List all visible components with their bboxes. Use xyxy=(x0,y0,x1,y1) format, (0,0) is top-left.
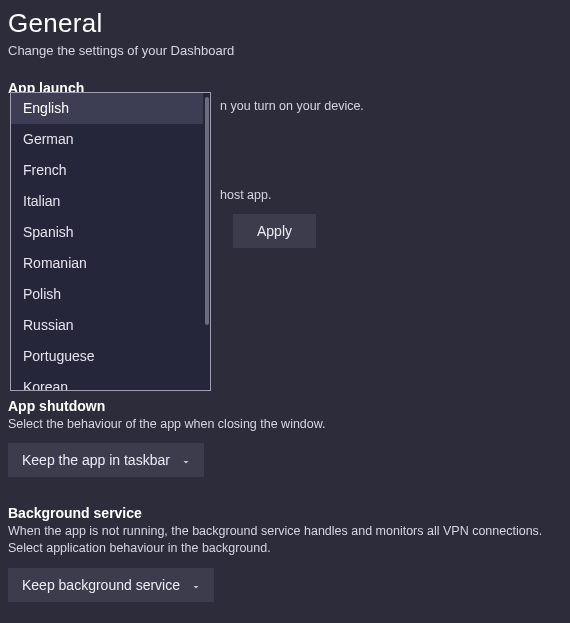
language-dropdown[interactable]: EnglishGermanFrenchItalianSpanishRomania… xyxy=(10,92,211,391)
language-option-korean[interactable]: Korean xyxy=(11,372,203,390)
language-option-portuguese[interactable]: Portuguese xyxy=(11,341,203,372)
page-subtitle: Change the settings of your Dashboard xyxy=(8,43,562,58)
app-shutdown-desc: Select the behaviour of the app when clo… xyxy=(8,416,562,433)
background-service-heading: Background service xyxy=(8,505,562,521)
chevron-down-icon xyxy=(180,455,192,467)
page-title: General xyxy=(8,8,562,39)
app-shutdown-select-label: Keep the app in taskbar xyxy=(22,452,170,468)
language-option-spanish[interactable]: Spanish xyxy=(11,217,203,248)
language-option-german[interactable]: German xyxy=(11,124,203,155)
apply-button[interactable]: Apply xyxy=(233,214,316,248)
language-option-french[interactable]: French xyxy=(11,155,203,186)
language-option-italian[interactable]: Italian xyxy=(11,186,203,217)
background-service-desc: When the app is not running, the backgro… xyxy=(8,523,562,557)
language-option-polish[interactable]: Polish xyxy=(11,279,203,310)
language-option-english[interactable]: English xyxy=(11,93,203,124)
section-background-service: Background service When the app is not r… xyxy=(8,505,562,603)
background-service-select[interactable]: Keep background service xyxy=(8,568,214,602)
background-service-select-label: Keep background service xyxy=(22,577,180,593)
chevron-down-icon xyxy=(190,580,202,592)
dropdown-scrollbar[interactable] xyxy=(205,97,209,325)
section-app-shutdown: App shutdown Select the behaviour of the… xyxy=(8,398,562,477)
language-option-romanian[interactable]: Romanian xyxy=(11,248,203,279)
language-option-russian[interactable]: Russian xyxy=(11,310,203,341)
app-shutdown-select[interactable]: Keep the app in taskbar xyxy=(8,443,204,477)
app-shutdown-heading: App shutdown xyxy=(8,398,562,414)
